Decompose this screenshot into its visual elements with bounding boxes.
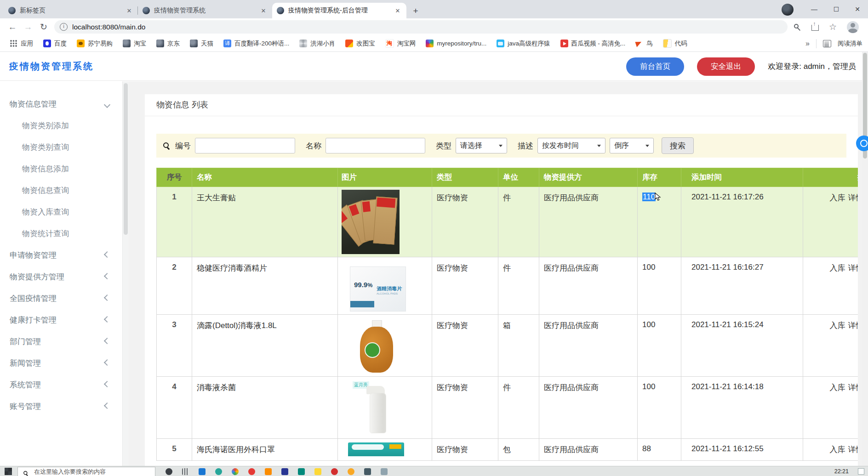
window-maximize-button[interactable]: ☐ <box>826 0 847 18</box>
op-detail-link[interactable]: 详情 <box>848 321 858 330</box>
back-icon[interactable]: ← <box>5 20 20 34</box>
tab-close-icon[interactable]: ✕ <box>259 7 268 14</box>
taskbar-app-icon[interactable] <box>232 468 239 475</box>
new-tab-button[interactable]: + <box>410 6 421 17</box>
bookmark-star-icon[interactable]: ☆ <box>829 23 837 32</box>
bookmark-taobao-web[interactable]: 淘宝网 <box>381 38 420 50</box>
col-header-time: 添加时间 <box>681 168 803 187</box>
bookmarks-overflow-icon[interactable]: » <box>805 40 810 48</box>
selected-stock-value: 110 <box>642 193 656 201</box>
taskbar-app-icon[interactable] <box>199 468 206 475</box>
col-header-name: 名称 <box>192 168 338 187</box>
bookmark-suning[interactable]: 苏宁易购 <box>73 38 117 50</box>
taskbar-app-icon[interactable] <box>331 468 338 475</box>
tab-new-page[interactable]: 新标签页 ✕ <box>4 3 138 18</box>
url-text[interactable]: localhost:8080/main.do <box>72 23 145 31</box>
start-button-icon[interactable] <box>5 468 12 475</box>
reading-list-icon[interactable] <box>823 40 831 47</box>
sidebar-group-supplies-info[interactable]: 物资信息管理 <box>0 93 122 115</box>
bookmark-gaitubao[interactable]: 改图宝 <box>341 38 379 50</box>
bookmark-jd[interactable]: 京东 <box>152 38 184 50</box>
taskbar-search-box[interactable]: 在这里输入你要搜索的内容 <box>17 467 155 476</box>
window-close-button[interactable]: ✕ <box>847 0 868 18</box>
sidebar-group-news[interactable]: 新闻管理 <box>0 352 122 374</box>
filter-id-input[interactable] <box>195 138 295 153</box>
task-view-icon[interactable] <box>182 468 189 475</box>
op-detail-link[interactable]: 详情 <box>848 193 858 202</box>
sidebar-item-info-query[interactable]: 物资信息查询 <box>0 180 122 201</box>
tab-system-admin-active[interactable]: 疫情物资管理系统-后台管理 ✕ <box>272 3 406 18</box>
op-detail-link[interactable]: 详情 <box>848 264 858 272</box>
bookmark-tmall[interactable]: 天猫 <box>186 38 217 50</box>
bookmark-java[interactable]: java高级程序猿 <box>492 38 554 50</box>
filter-sort-field-select[interactable]: 按发布时间 <box>537 138 605 153</box>
sidebar-item-category-query[interactable]: 物资类别查询 <box>0 136 122 158</box>
op-detail-link[interactable]: 详情 <box>848 445 858 454</box>
bookmark-baidu[interactable]: 百度 <box>39 38 71 50</box>
taskbar-app-icon[interactable] <box>348 468 354 475</box>
taskbar-app-icon[interactable] <box>215 468 222 475</box>
sidebar-group-account[interactable]: 账号管理 <box>0 396 122 417</box>
bookmark-bird[interactable]: 鸟 <box>631 38 657 50</box>
window-minimize-button[interactable]: — <box>804 0 825 18</box>
address-bar[interactable]: localhost:8080/main.do <box>54 20 788 34</box>
sidebar-scrollbar[interactable] <box>122 81 129 466</box>
op-inbound-link[interactable]: 入库 <box>830 445 845 454</box>
bookmark-myrepository[interactable]: myrepository/tru... <box>422 38 491 50</box>
site-info-icon[interactable] <box>60 23 68 31</box>
bookmark-baidu-translate[interactable]: 百度翻译-200种语... <box>219 38 293 50</box>
browser-profile-icon[interactable] <box>782 4 794 16</box>
app-header: 疫情物资管理系统 前台首页 安全退出 欢迎登录: admin，管理员 <box>0 52 868 81</box>
sidebar-group-supplier[interactable]: 物资提供方管理 <box>0 266 122 288</box>
logout-button[interactable]: 安全退出 <box>697 57 755 76</box>
bookmark-xigua[interactable]: 西瓜视频 - 高清免... <box>556 38 630 50</box>
sidebar-group-department[interactable]: 部门管理 <box>0 331 122 352</box>
share-icon[interactable] <box>811 25 819 31</box>
forward-icon[interactable]: → <box>20 20 36 34</box>
sidebar-item-inbound-query[interactable]: 物资入库查询 <box>0 201 122 223</box>
filter-sort-order-select[interactable]: 倒序 <box>610 138 654 153</box>
taskbar-app-icon[interactable] <box>364 468 371 475</box>
tab-close-icon[interactable]: ✕ <box>125 7 133 14</box>
bookmark-honghu[interactable]: 洪湖小肖 <box>295 38 339 50</box>
taskbar-app-icon[interactable] <box>314 468 321 475</box>
profile-avatar-icon[interactable] <box>847 21 859 33</box>
taskbar-app-icon[interactable] <box>281 468 288 475</box>
notification-center-icon[interactable] <box>858 468 864 475</box>
reading-list-label[interactable]: 阅读清单 <box>838 40 862 48</box>
tab-close-icon[interactable]: ✕ <box>394 7 402 14</box>
op-inbound-link[interactable]: 入库 <box>830 264 845 272</box>
password-key-icon[interactable] <box>793 23 801 31</box>
bookmark-code[interactable]: 代码 <box>659 38 691 50</box>
op-detail-link[interactable]: 详情 <box>848 383 858 392</box>
taskbar-app-icon[interactable] <box>248 468 255 475</box>
sidebar-item-category-add[interactable]: 物资类别添加 <box>0 115 122 136</box>
tab-system-front[interactable]: 疫情物资管理系统 ✕ <box>138 3 272 18</box>
taskbar-app-icon[interactable] <box>166 468 172 475</box>
sidebar-item-stats-query[interactable]: 物资统计查询 <box>0 223 122 244</box>
bookmark-label: 洪湖小肖 <box>310 40 335 48</box>
taskbar-app-icon[interactable] <box>298 468 305 475</box>
op-inbound-link[interactable]: 入库 <box>830 321 845 330</box>
front-home-button[interactable]: 前台首页 <box>626 57 684 76</box>
sidebar-group-health-checkin[interactable]: 健康打卡管理 <box>0 309 122 331</box>
cell-type: 医疗物资 <box>432 187 498 257</box>
floating-action-button[interactable] <box>856 136 868 151</box>
reload-icon[interactable]: ↻ <box>36 20 51 34</box>
taskbar-app-icon[interactable] <box>265 468 272 475</box>
op-inbound-link[interactable]: 入库 <box>830 383 845 392</box>
page-scrollbar[interactable] <box>862 52 868 466</box>
filter-name-input[interactable] <box>326 138 425 153</box>
filter-type-select[interactable]: 请选择 <box>456 138 507 153</box>
search-button[interactable]: 搜索 <box>662 137 694 154</box>
sidebar-group-system[interactable]: 系统管理 <box>0 374 122 396</box>
cell-stock: 100 <box>638 257 681 315</box>
bookmark-taobao[interactable]: 淘宝 <box>119 38 150 50</box>
sidebar-item-info-add[interactable]: 物资信息添加 <box>0 158 122 180</box>
bookmark-apps[interactable]: 应用 <box>6 38 37 50</box>
sidebar-scrollbar-thumb[interactable] <box>124 83 128 235</box>
op-inbound-link[interactable]: 入库 <box>830 193 845 202</box>
sidebar-group-epidemic[interactable]: 全国疫情管理 <box>0 288 122 309</box>
taskbar-app-icon[interactable] <box>381 468 388 475</box>
sidebar-group-apply[interactable]: 申请物资管理 <box>0 244 122 266</box>
